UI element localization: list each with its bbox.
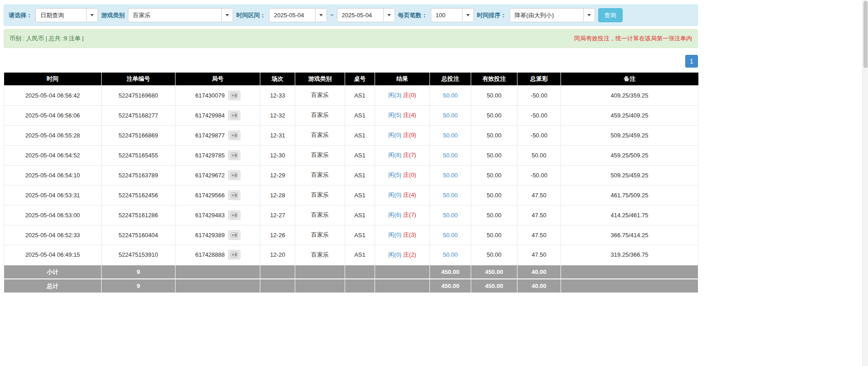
game-road-icon[interactable]	[228, 151, 240, 160]
total-bet-link[interactable]: 50.00	[443, 152, 458, 159]
total-bet-link[interactable]: 50.00	[443, 92, 458, 99]
cell-payout: 47.50	[517, 185, 561, 205]
cell-payout: -50.00	[517, 105, 561, 125]
round-id: 617429984	[195, 112, 224, 119]
search-button[interactable]: 查询	[598, 8, 623, 22]
cell-valid-bet: 50.00	[471, 165, 517, 185]
cell-game-type: 百家乐	[295, 165, 345, 185]
total-bet-link[interactable]: 50.00	[443, 192, 458, 199]
cell-total-bet: 50.00	[430, 105, 471, 125]
cell-total-bet: 50.00	[430, 165, 471, 185]
game-type-value: 百家乐	[128, 9, 221, 22]
column-header: 局号	[176, 73, 260, 85]
total-bet-link[interactable]: 50.00	[443, 132, 458, 139]
cell-time: 2025-05-04 06:56:42	[4, 85, 102, 105]
filter-bar: 请选择： 日期查询 游戏类别 百家乐 时间区间： 2025-05-04 ~ 20…	[4, 5, 698, 26]
cell-total-bet: 50.00	[430, 205, 471, 225]
summary-payout: 40.00	[517, 279, 561, 293]
cell-game-type: 百家乐	[295, 125, 345, 145]
cell-note: 459.25/509.25	[561, 145, 698, 165]
cell-table-no: AS1	[345, 165, 375, 185]
page-size-select[interactable]: 100	[431, 8, 474, 22]
game-road-icon[interactable]	[228, 171, 240, 180]
table-header-row: 时间注单编号局号场次游戏类别桌号结果总投注有效投注总派彩备注	[4, 73, 698, 85]
cell-result: 闲(3) 庄(0)	[375, 85, 430, 105]
game-road-icon[interactable]	[228, 230, 240, 240]
cell-session: 12-28	[260, 185, 295, 205]
result-player: 闲(5)	[388, 171, 401, 178]
total-bet-link[interactable]: 50.00	[443, 212, 458, 219]
vertical-scrollbar[interactable]	[862, 0, 868, 366]
cell-table-no: AS1	[345, 145, 375, 165]
cell-bet-id: 522475165455	[102, 145, 176, 165]
scrollbar-thumb[interactable]	[863, 1, 868, 68]
cell-round: 617429672	[176, 165, 260, 185]
game-road-icon-glyph	[230, 252, 238, 258]
cell-bet-id: 522475160404	[102, 225, 176, 245]
summary-cell	[260, 279, 295, 293]
date-to-select[interactable]: 2025-05-04	[337, 8, 395, 22]
result-banker: 庄(3)	[403, 231, 416, 238]
total-bet-link[interactable]: 50.00	[443, 172, 458, 179]
game-type-select[interactable]: 百家乐	[128, 8, 233, 22]
game-road-icon[interactable]	[228, 91, 240, 100]
game-road-icon-glyph	[230, 132, 238, 138]
column-header: 场次	[260, 73, 295, 85]
cell-valid-bet: 50.00	[471, 125, 517, 145]
game-road-icon-glyph	[230, 212, 238, 218]
game-road-icon-glyph	[230, 93, 238, 98]
summary-label: 总计	[4, 279, 102, 293]
date-from-value: 2025-05-04	[269, 9, 315, 22]
cell-payout: 47.50	[517, 225, 561, 245]
page-1-button[interactable]: 1	[685, 55, 698, 68]
total-bet-link[interactable]: 50.00	[443, 232, 458, 239]
total-bet-link[interactable]: 50.00	[443, 112, 458, 119]
cell-table-no: AS1	[345, 225, 375, 245]
game-road-icon[interactable]	[228, 190, 240, 200]
chevron-down-icon	[86, 9, 98, 22]
cell-result: 闲(0) 庄(3)	[375, 225, 430, 245]
cell-time: 2025-05-04 06:53:00	[4, 205, 102, 225]
result-banker: 庄(4)	[403, 112, 416, 118]
summary-cell	[561, 279, 698, 293]
summary-cell	[561, 265, 698, 279]
cell-payout: 47.50	[517, 245, 561, 265]
cell-session: 12-32	[260, 105, 295, 125]
game-road-icon[interactable]	[228, 250, 240, 259]
currency-summary-text: 币别 : 人民币 | 总共 :9 注单 |	[10, 34, 84, 43]
game-road-icon[interactable]	[228, 131, 240, 140]
column-header: 结果	[375, 73, 430, 85]
column-header: 备注	[561, 73, 698, 85]
cell-time: 2025-05-04 06:49:15	[4, 245, 102, 265]
cell-total-bet: 50.00	[430, 125, 471, 145]
cell-round: 617429389	[176, 225, 260, 245]
game-road-icon[interactable]	[228, 210, 240, 220]
total-bet-link[interactable]: 50.00	[443, 251, 458, 258]
summary-bar: 币别 : 人民币 | 总共 :9 注单 | 同局有效投注，统一计算在该局第一张注…	[4, 29, 698, 48]
result-player: 闲(0)	[388, 132, 401, 138]
table-row: 2025-05-04 06:53:31522475162456617429566…	[4, 185, 698, 205]
sort-order-select[interactable]: 降幂(由大到小)	[510, 8, 595, 22]
game-road-icon[interactable]	[228, 111, 240, 120]
cell-note: 319.25/366.75	[561, 245, 698, 265]
chevron-down-icon	[221, 9, 233, 22]
cell-bet-id: 522475162456	[102, 185, 176, 205]
cell-total-bet: 50.00	[430, 245, 471, 265]
cell-result: 闲(5) 庄(0)	[375, 165, 430, 185]
cell-session: 12-31	[260, 125, 295, 145]
game-road-icon-glyph	[230, 152, 238, 158]
cell-valid-bet: 50.00	[471, 85, 517, 105]
query-type-select[interactable]: 日期查询	[35, 8, 98, 22]
table-row: 2025-05-04 06:56:42522475169680617430079…	[4, 85, 698, 105]
date-from-select[interactable]: 2025-05-04	[269, 8, 327, 22]
column-header: 桌号	[345, 73, 375, 85]
result-player: 闲(8)	[388, 151, 401, 158]
chevron-down-icon	[315, 9, 327, 22]
column-header: 总派彩	[517, 73, 561, 85]
cell-game-type: 百家乐	[295, 225, 345, 245]
cell-result: 闲(0) 庄(2)	[375, 245, 430, 265]
cell-bet-id: 522475153910	[102, 245, 176, 265]
cell-bet-id: 522475169680	[102, 85, 176, 105]
time-range-label: 时间区间：	[236, 11, 266, 20]
cell-valid-bet: 50.00	[471, 225, 517, 245]
